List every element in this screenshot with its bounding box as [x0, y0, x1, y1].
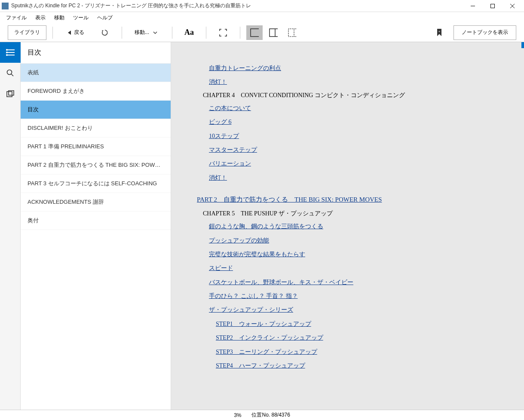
toolbar: ライブラリ 戻る 移動... Aa: [0, 23, 524, 42]
toc-link[interactable]: ビッグ 6: [197, 117, 498, 127]
separator: [172, 27, 172, 39]
status-percent: 3%: [234, 412, 241, 418]
svg-rect-7: [288, 29, 297, 37]
two-column-icon: [269, 28, 278, 37]
toc-link[interactable]: プッシュアップの効能: [197, 236, 498, 245]
single-column-icon: [250, 28, 259, 37]
toc-item-disclaimer[interactable]: DISCLAIMER! おことわり: [21, 119, 171, 138]
menubar: ファイル 表示 移動 ツール ヘルプ: [0, 12, 524, 23]
fullscreen-icon: [219, 28, 227, 37]
toc-link[interactable]: 手のひら？ こぶし？ 手首？ 指？: [197, 291, 498, 301]
sidebar-header: 目次: [21, 42, 171, 64]
svg-point-13: [6, 49, 8, 51]
toc-step-link[interactable]: STEP2 インクライン・プッシュアップ: [197, 333, 498, 343]
chapter-heading: CHAPTER 5 THE PUSHUP ザ・プッシュアップ: [197, 210, 498, 218]
svg-point-14: [6, 52, 8, 53]
statusbar: 3% 位置No. 88/4376: [0, 410, 524, 420]
menu-file[interactable]: ファイル: [2, 12, 31, 23]
multi-column-icon: [288, 28, 297, 37]
goto-label: 移動...: [135, 29, 149, 36]
close-button[interactable]: [503, 0, 522, 12]
back-label: 戻る: [74, 29, 84, 36]
toc-link[interactable]: 完璧な技術が完璧な結果をもたらす: [197, 250, 498, 259]
content-pane: 自重力トレーニングの利点 消灯！ CHAPTER 4 CONVICT CONDI…: [171, 42, 524, 410]
notebook-button[interactable]: ノートブックを表示: [454, 25, 516, 40]
window-title: Sputnikさんの Kindle for PC 2 - プリズナー・トレーニン…: [11, 2, 463, 9]
sidebar: 目次 表紙 FOREWORD まえがき 目次 DISCLAIMER! おことわり…: [21, 42, 171, 410]
two-column-button[interactable]: [265, 25, 282, 40]
svg-rect-19: [9, 91, 14, 95]
svg-line-17: [11, 74, 13, 76]
menu-view[interactable]: 表示: [31, 12, 50, 23]
bookmark-button[interactable]: +: [429, 25, 450, 40]
cards-rail-button[interactable]: [0, 83, 21, 104]
toc-item-ack[interactable]: ACKNOWLEDGEMENTS 謝辞: [21, 193, 171, 212]
separator: [52, 27, 53, 39]
separator: [122, 27, 122, 39]
svg-rect-5: [270, 29, 278, 37]
separator: [206, 27, 206, 39]
toc-link[interactable]: バリエーション: [197, 159, 498, 169]
toc-step-link[interactable]: STEP1 ウォール・プッシュアップ: [197, 319, 498, 329]
toc-rail-button[interactable]: [0, 42, 21, 63]
scrollbar-thumb[interactable]: [521, 42, 524, 48]
left-rail: [0, 42, 21, 410]
back-icon: [65, 28, 74, 37]
chapter-heading: CHAPTER 4 CONVICT CONDITIONING コンビクト・コンデ…: [197, 92, 498, 99]
separator: [240, 27, 240, 39]
list-icon: [6, 49, 15, 56]
bookmark-icon: +: [435, 28, 444, 37]
menu-go[interactable]: 移動: [50, 12, 69, 23]
maximize-button[interactable]: [483, 0, 503, 12]
search-rail-button[interactable]: [0, 63, 21, 83]
toc-step-link[interactable]: STEP3 ニーリング・プッシュアップ: [197, 347, 498, 357]
svg-point-16: [7, 70, 12, 75]
cards-icon: [6, 90, 14, 97]
search-icon: [6, 69, 14, 77]
toc-item-part1[interactable]: PART 1 準備 PRELIMINARIES: [21, 138, 171, 156]
svg-point-15: [6, 54, 8, 56]
main-area: 目次 表紙 FOREWORD まえがき 目次 DISCLAIMER! おことわり…: [0, 42, 524, 410]
svg-text:+: +: [438, 30, 441, 34]
toc-link[interactable]: この本について: [197, 104, 498, 113]
back-button[interactable]: 戻る: [59, 25, 91, 40]
sync-button[interactable]: [94, 25, 116, 40]
chevron-down-icon: [151, 28, 159, 37]
toc-link[interactable]: 10ステップ: [197, 132, 498, 141]
titlebar: Sputnikさんの Kindle for PC 2 - プリズナー・トレーニン…: [0, 0, 524, 12]
toc-item-part3[interactable]: PART 3 セルフコーチになるには SELF-COACHING: [21, 175, 171, 193]
toc-link[interactable]: 自重力トレーニングの利点: [197, 64, 498, 73]
svg-rect-4: [251, 29, 259, 37]
part-link[interactable]: PART 2 自重力で筋力をつくる THE BIG SIX: POWER MOV…: [197, 196, 498, 204]
svg-rect-18: [7, 92, 12, 97]
status-position: 位置No. 88/4376: [251, 411, 290, 419]
multi-column-button[interactable]: [284, 25, 300, 40]
font-icon: Aa: [185, 28, 193, 37]
toc-item-cover[interactable]: 表紙: [21, 64, 171, 82]
toc-step-link[interactable]: STEP4 ハーフ・プッシュアップ: [197, 361, 498, 371]
fullscreen-button[interactable]: [212, 25, 234, 40]
svg-rect-1: [491, 4, 495, 8]
toc-link[interactable]: 鎧のような胸、鋼のような三頭筋をつくる: [197, 222, 498, 231]
sync-icon: [101, 28, 109, 37]
toc-link[interactable]: 消灯！: [197, 77, 498, 87]
toc-item-contents[interactable]: 目次: [21, 101, 171, 119]
toc-item-colophon[interactable]: 奥付: [21, 212, 171, 230]
toc-link[interactable]: スピード: [197, 264, 498, 273]
menu-help[interactable]: ヘルプ: [93, 12, 117, 23]
toc-link[interactable]: 消灯！: [197, 173, 498, 183]
app-icon: [2, 3, 9, 9]
toc-item-part2[interactable]: PART 2 自重力で筋力をつくる THE BIG SIX: POWER M..…: [21, 156, 171, 175]
goto-button[interactable]: 移動...: [128, 25, 166, 40]
toc-item-foreword[interactable]: FOREWORD まえがき: [21, 82, 171, 101]
minimize-button[interactable]: [463, 0, 483, 12]
toc-link[interactable]: バスケットボール、野球ボール、キス・ザ・ベイビー: [197, 278, 498, 287]
single-column-button[interactable]: [246, 25, 263, 40]
toc-link[interactable]: ザ・プッシュアップ・シリーズ: [197, 305, 498, 315]
menu-tools[interactable]: ツール: [69, 12, 93, 23]
toc-link[interactable]: マスターステップ: [197, 145, 498, 155]
library-button[interactable]: ライブラリ: [8, 25, 46, 40]
font-button[interactable]: Aa: [178, 25, 200, 40]
